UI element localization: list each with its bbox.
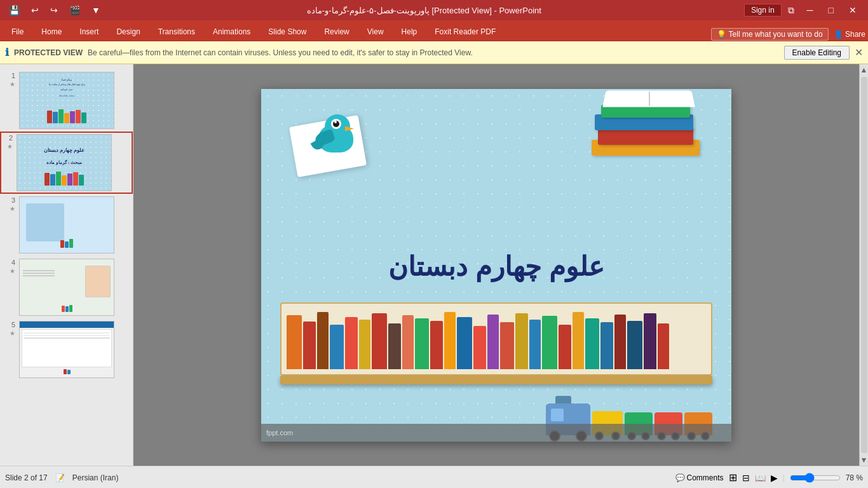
normal-view-button[interactable]: ⊞: [729, 471, 737, 484]
canvas-area: علوم چهارم دبستان مبحث : گرما و مادّه: [133, 64, 859, 466]
person-icon: 👤: [834, 30, 843, 39]
close-bar-button[interactable]: ✕: [855, 46, 863, 58]
slide-item-3[interactable]: 3 ★: [0, 194, 133, 256]
tab-insert[interactable]: Insert: [71, 23, 107, 41]
save-button[interactable]: 💾: [5, 4, 24, 17]
slide-star-5: ★: [10, 330, 15, 337]
tab-review[interactable]: Review: [315, 23, 358, 41]
language-info: Persian (Iran): [72, 473, 119, 482]
title-bar-right: Sign in ⧉ ─ □ ✕: [744, 4, 863, 17]
slide-thumb-4[interactable]: [19, 259, 114, 316]
notes-icon: 📝: [55, 473, 65, 482]
info-icon: ℹ: [5, 46, 9, 58]
slide-number-2: 2: [3, 134, 13, 142]
slide-number-1: 1: [5, 72, 15, 79]
ribbon-tab-bar: File Home Insert Design Transitions Anim…: [0, 20, 868, 41]
slide-thumb-2[interactable]: علوم چهارم دبستان مبحث : گرما و ماده: [17, 134, 112, 191]
protected-title: PROTECTED VIEW: [14, 48, 83, 57]
tab-design[interactable]: Design: [107, 23, 149, 41]
tab-foxit[interactable]: Foxit Reader PDF: [426, 23, 505, 41]
slide-sorter-button[interactable]: ⊟: [742, 473, 750, 483]
customize-button[interactable]: 🎬: [65, 4, 84, 17]
tell-me-input[interactable]: 💡 Tell me what you want to do: [711, 28, 829, 41]
slide-thumb-1[interactable]: بیام خدا برای تهیه فایل های بیشتر از سای…: [19, 72, 114, 129]
vertical-scrollbar[interactable]: ▲ ▼: [859, 64, 868, 466]
slide-number-4: 4: [5, 259, 15, 266]
ribbon: File Home Insert Design Transitions Anim…: [0, 20, 868, 41]
bookshelf-illustration: [280, 302, 712, 384]
slide-star-1: ★: [10, 81, 15, 88]
minimize-button[interactable]: ─: [801, 4, 820, 17]
tab-home[interactable]: Home: [32, 23, 71, 41]
title-bar: 💾 ↩ ↪ 🎬 ▼ پاورپوینت-فصل-۵-علوم-گرما-و-ما…: [0, 0, 868, 20]
comments-icon: 💬: [675, 473, 685, 482]
tab-transitions[interactable]: Transitions: [149, 23, 204, 41]
slide-number-5: 5: [5, 321, 15, 329]
main-area: 1 ★ بیام خدا برای تهیه فایل های بیشتر از…: [0, 64, 868, 466]
slide-thumb-3[interactable]: [19, 196, 114, 254]
tab-slideshow[interactable]: Slide Show: [259, 23, 315, 41]
bird-illustration: [293, 108, 376, 184]
slide-item-1[interactable]: 1 ★ بیام خدا برای تهیه فایل های بیشتر از…: [0, 69, 133, 132]
scroll-up-button[interactable]: ▲: [859, 64, 868, 76]
dropdown-button[interactable]: ▼: [88, 4, 104, 17]
slide-item-2[interactable]: 2 ★ علوم چهارم دبستان مبحث : گرما و ماده: [0, 132, 133, 194]
lightbulb-icon: 💡: [717, 30, 726, 39]
books-stack-illustration: [579, 102, 706, 203]
redo-button[interactable]: ↪: [46, 4, 62, 17]
title-bar-left: 💾 ↩ ↪ 🎬 ▼: [5, 4, 104, 17]
slide-item-4[interactable]: 4 ★: [0, 256, 133, 318]
status-bar: Slide 2 of 17 📝 Persian (Iran) 💬 Comment…: [0, 466, 868, 488]
zoom-separator: |: [783, 473, 785, 482]
comments-button[interactable]: 💬 Comments: [675, 473, 724, 482]
sign-in-button[interactable]: Sign in: [744, 4, 782, 17]
slide-star-3: ★: [10, 205, 15, 212]
slide-star-4: ★: [10, 268, 15, 274]
slide-info: Slide 2 of 17: [5, 473, 48, 482]
share-button[interactable]: 👤 Share: [834, 30, 865, 39]
window-title: پاورپوینت-فصل-۵-علوم-گرما-و-ماده [Protec…: [104, 6, 744, 15]
scroll-down-button[interactable]: ▼: [859, 454, 868, 466]
zoom-level: 78 %: [846, 473, 863, 482]
enable-editing-button[interactable]: Enable Editing: [784, 46, 850, 60]
slide-item-5[interactable]: 5 ★: [0, 318, 133, 381]
tab-view[interactable]: View: [358, 23, 393, 41]
main-slide-canvas: علوم چهارم دبستان مبحث : گرما و مادّه: [261, 89, 731, 442]
ribbon-extra: 💡 Tell me what you want to do 👤 Share: [711, 28, 865, 41]
slide-watermark: fppt.com: [266, 429, 293, 437]
restore-down-button[interactable]: ⧉: [784, 4, 798, 17]
protected-message: Be careful—files from the Internet can c…: [88, 48, 779, 57]
status-bar-right: 💬 Comments ⊞ ⊟ 📖 ▶ | 78 %: [675, 471, 864, 484]
zoom-slider[interactable]: [790, 473, 841, 483]
slide-thumb-5[interactable]: [19, 321, 114, 378]
undo-button[interactable]: ↩: [27, 4, 43, 17]
slide-footer: fppt.com: [261, 424, 731, 442]
close-button[interactable]: ✕: [843, 4, 863, 17]
protected-view-bar: ℹ PROTECTED VIEW Be careful—files from t…: [0, 41, 868, 64]
tab-help[interactable]: Help: [393, 23, 426, 41]
tab-animations[interactable]: Animations: [204, 23, 259, 41]
slides-panel: 1 ★ بیام خدا برای تهیه فایل های بیشتر از…: [0, 64, 133, 466]
tab-file[interactable]: File: [3, 23, 32, 41]
maximize-button[interactable]: □: [822, 4, 840, 17]
slide-star-2: ★: [7, 143, 13, 150]
reading-view-button[interactable]: 📖: [755, 473, 766, 483]
slide-number-3: 3: [5, 196, 15, 204]
slide-title: علوم چهارم دبستان: [261, 251, 731, 282]
slideshow-button[interactable]: ▶: [771, 473, 778, 483]
scroll-thumb[interactable]: [861, 77, 867, 453]
